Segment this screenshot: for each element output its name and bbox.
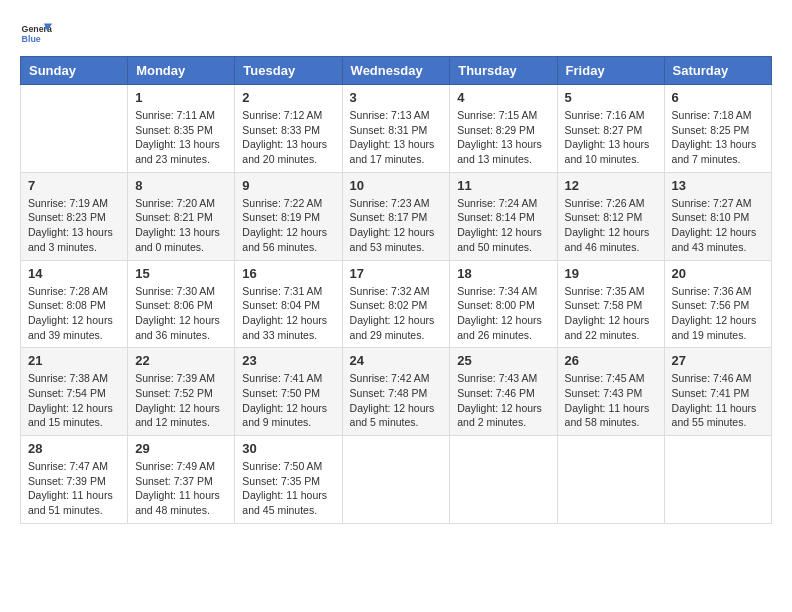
day-number: 5: [565, 90, 657, 105]
day-number: 22: [135, 353, 227, 368]
day-number: 6: [672, 90, 764, 105]
calendar-cell: 20 Sunrise: 7:36 AMSunset: 7:56 PMDaylig…: [664, 260, 771, 348]
calendar-week-row: 21 Sunrise: 7:38 AMSunset: 7:54 PMDaylig…: [21, 348, 772, 436]
weekday-header-saturday: Saturday: [664, 57, 771, 85]
calendar-cell: 4 Sunrise: 7:15 AMSunset: 8:29 PMDayligh…: [450, 85, 557, 173]
day-number: 17: [350, 266, 443, 281]
day-info: Sunrise: 7:11 AMSunset: 8:35 PMDaylight:…: [135, 108, 227, 167]
day-number: 18: [457, 266, 549, 281]
day-info: Sunrise: 7:50 AMSunset: 7:35 PMDaylight:…: [242, 459, 334, 518]
day-info: Sunrise: 7:49 AMSunset: 7:37 PMDaylight:…: [135, 459, 227, 518]
calendar-cell: 21 Sunrise: 7:38 AMSunset: 7:54 PMDaylig…: [21, 348, 128, 436]
day-info: Sunrise: 7:12 AMSunset: 8:33 PMDaylight:…: [242, 108, 334, 167]
calendar-cell: 1 Sunrise: 7:11 AMSunset: 8:35 PMDayligh…: [128, 85, 235, 173]
day-info: Sunrise: 7:34 AMSunset: 8:00 PMDaylight:…: [457, 284, 549, 343]
day-info: Sunrise: 7:28 AMSunset: 8:08 PMDaylight:…: [28, 284, 120, 343]
day-info: Sunrise: 7:46 AMSunset: 7:41 PMDaylight:…: [672, 371, 764, 430]
day-info: Sunrise: 7:45 AMSunset: 7:43 PMDaylight:…: [565, 371, 657, 430]
day-info: Sunrise: 7:47 AMSunset: 7:39 PMDaylight:…: [28, 459, 120, 518]
day-info: Sunrise: 7:41 AMSunset: 7:50 PMDaylight:…: [242, 371, 334, 430]
calendar-cell: 24 Sunrise: 7:42 AMSunset: 7:48 PMDaylig…: [342, 348, 450, 436]
calendar-cell: 19 Sunrise: 7:35 AMSunset: 7:58 PMDaylig…: [557, 260, 664, 348]
day-number: 2: [242, 90, 334, 105]
calendar-cell: 28 Sunrise: 7:47 AMSunset: 7:39 PMDaylig…: [21, 436, 128, 524]
day-number: 8: [135, 178, 227, 193]
day-number: 24: [350, 353, 443, 368]
day-info: Sunrise: 7:36 AMSunset: 7:56 PMDaylight:…: [672, 284, 764, 343]
day-number: 23: [242, 353, 334, 368]
day-number: 16: [242, 266, 334, 281]
calendar-cell: 6 Sunrise: 7:18 AMSunset: 8:25 PMDayligh…: [664, 85, 771, 173]
calendar-cell: [450, 436, 557, 524]
day-info: Sunrise: 7:42 AMSunset: 7:48 PMDaylight:…: [350, 371, 443, 430]
day-number: 28: [28, 441, 120, 456]
page-header: General Blue: [20, 20, 772, 48]
day-number: 3: [350, 90, 443, 105]
calendar-cell: [342, 436, 450, 524]
calendar-cell: [664, 436, 771, 524]
weekday-header-monday: Monday: [128, 57, 235, 85]
logo: General Blue: [20, 20, 52, 48]
day-info: Sunrise: 7:13 AMSunset: 8:31 PMDaylight:…: [350, 108, 443, 167]
day-info: Sunrise: 7:16 AMSunset: 8:27 PMDaylight:…: [565, 108, 657, 167]
logo-icon: General Blue: [20, 20, 52, 48]
calendar-cell: 22 Sunrise: 7:39 AMSunset: 7:52 PMDaylig…: [128, 348, 235, 436]
calendar-week-row: 14 Sunrise: 7:28 AMSunset: 8:08 PMDaylig…: [21, 260, 772, 348]
calendar-cell: 26 Sunrise: 7:45 AMSunset: 7:43 PMDaylig…: [557, 348, 664, 436]
calendar-cell: 5 Sunrise: 7:16 AMSunset: 8:27 PMDayligh…: [557, 85, 664, 173]
day-number: 4: [457, 90, 549, 105]
day-number: 29: [135, 441, 227, 456]
svg-text:Blue: Blue: [22, 34, 41, 44]
day-number: 20: [672, 266, 764, 281]
day-info: Sunrise: 7:23 AMSunset: 8:17 PMDaylight:…: [350, 196, 443, 255]
day-info: Sunrise: 7:22 AMSunset: 8:19 PMDaylight:…: [242, 196, 334, 255]
calendar-cell: 23 Sunrise: 7:41 AMSunset: 7:50 PMDaylig…: [235, 348, 342, 436]
day-number: 14: [28, 266, 120, 281]
day-info: Sunrise: 7:31 AMSunset: 8:04 PMDaylight:…: [242, 284, 334, 343]
calendar-cell: 29 Sunrise: 7:49 AMSunset: 7:37 PMDaylig…: [128, 436, 235, 524]
calendar-cell: 27 Sunrise: 7:46 AMSunset: 7:41 PMDaylig…: [664, 348, 771, 436]
day-info: Sunrise: 7:43 AMSunset: 7:46 PMDaylight:…: [457, 371, 549, 430]
calendar-cell: 17 Sunrise: 7:32 AMSunset: 8:02 PMDaylig…: [342, 260, 450, 348]
day-info: Sunrise: 7:30 AMSunset: 8:06 PMDaylight:…: [135, 284, 227, 343]
calendar-cell: [557, 436, 664, 524]
day-number: 13: [672, 178, 764, 193]
weekday-header-tuesday: Tuesday: [235, 57, 342, 85]
day-info: Sunrise: 7:26 AMSunset: 8:12 PMDaylight:…: [565, 196, 657, 255]
day-info: Sunrise: 7:32 AMSunset: 8:02 PMDaylight:…: [350, 284, 443, 343]
calendar-cell: [21, 85, 128, 173]
day-number: 12: [565, 178, 657, 193]
weekday-header-thursday: Thursday: [450, 57, 557, 85]
day-info: Sunrise: 7:20 AMSunset: 8:21 PMDaylight:…: [135, 196, 227, 255]
day-number: 19: [565, 266, 657, 281]
day-number: 21: [28, 353, 120, 368]
day-number: 11: [457, 178, 549, 193]
weekday-header-row: SundayMondayTuesdayWednesdayThursdayFrid…: [21, 57, 772, 85]
day-info: Sunrise: 7:38 AMSunset: 7:54 PMDaylight:…: [28, 371, 120, 430]
calendar-week-row: 1 Sunrise: 7:11 AMSunset: 8:35 PMDayligh…: [21, 85, 772, 173]
calendar-week-row: 7 Sunrise: 7:19 AMSunset: 8:23 PMDayligh…: [21, 172, 772, 260]
day-info: Sunrise: 7:27 AMSunset: 8:10 PMDaylight:…: [672, 196, 764, 255]
calendar-table: SundayMondayTuesdayWednesdayThursdayFrid…: [20, 56, 772, 524]
calendar-cell: 30 Sunrise: 7:50 AMSunset: 7:35 PMDaylig…: [235, 436, 342, 524]
day-number: 27: [672, 353, 764, 368]
calendar-cell: 16 Sunrise: 7:31 AMSunset: 8:04 PMDaylig…: [235, 260, 342, 348]
calendar-cell: 8 Sunrise: 7:20 AMSunset: 8:21 PMDayligh…: [128, 172, 235, 260]
calendar-cell: 10 Sunrise: 7:23 AMSunset: 8:17 PMDaylig…: [342, 172, 450, 260]
calendar-cell: 11 Sunrise: 7:24 AMSunset: 8:14 PMDaylig…: [450, 172, 557, 260]
day-number: 9: [242, 178, 334, 193]
calendar-cell: 18 Sunrise: 7:34 AMSunset: 8:00 PMDaylig…: [450, 260, 557, 348]
day-info: Sunrise: 7:39 AMSunset: 7:52 PMDaylight:…: [135, 371, 227, 430]
calendar-cell: 25 Sunrise: 7:43 AMSunset: 7:46 PMDaylig…: [450, 348, 557, 436]
day-info: Sunrise: 7:19 AMSunset: 8:23 PMDaylight:…: [28, 196, 120, 255]
weekday-header-wednesday: Wednesday: [342, 57, 450, 85]
calendar-cell: 12 Sunrise: 7:26 AMSunset: 8:12 PMDaylig…: [557, 172, 664, 260]
day-number: 1: [135, 90, 227, 105]
calendar-week-row: 28 Sunrise: 7:47 AMSunset: 7:39 PMDaylig…: [21, 436, 772, 524]
calendar-cell: 2 Sunrise: 7:12 AMSunset: 8:33 PMDayligh…: [235, 85, 342, 173]
day-number: 7: [28, 178, 120, 193]
weekday-header-friday: Friday: [557, 57, 664, 85]
day-number: 30: [242, 441, 334, 456]
day-info: Sunrise: 7:18 AMSunset: 8:25 PMDaylight:…: [672, 108, 764, 167]
calendar-cell: 14 Sunrise: 7:28 AMSunset: 8:08 PMDaylig…: [21, 260, 128, 348]
